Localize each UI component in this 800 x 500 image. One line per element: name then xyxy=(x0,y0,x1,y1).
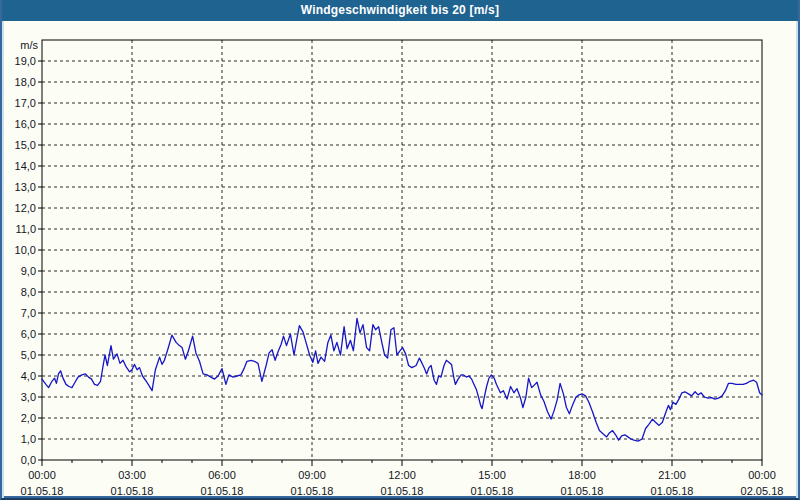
x-tick-date-label: 01.05.18 xyxy=(291,485,334,497)
y-tick-label: 12,0 xyxy=(15,202,36,214)
y-axis-labels: 0,01,02,03,04,05,06,07,08,09,010,011,012… xyxy=(15,39,42,466)
x-axis-ticks xyxy=(42,460,762,466)
x-tick-date-label: 02.05.18 xyxy=(741,485,784,497)
x-tick-date-label: 01.05.18 xyxy=(471,485,514,497)
y-tick-label: 4,0 xyxy=(21,370,36,382)
y-tick-label: 18,0 xyxy=(15,76,36,88)
y-tick-label: 0,0 xyxy=(21,454,36,466)
y-tick-label: 16,0 xyxy=(15,118,36,130)
x-tick-time-label: 09:00 xyxy=(298,469,326,481)
x-tick-time-label: 21:00 xyxy=(658,469,686,481)
chart-title-bar: Windgeschwindigkeit bis 20 [m/s] xyxy=(0,0,800,21)
x-tick-date-label: 01.05.18 xyxy=(651,485,694,497)
y-tick-label: 11,0 xyxy=(15,223,36,235)
x-tick-time-label: 06:00 xyxy=(208,469,236,481)
y-tick-label: 6,0 xyxy=(21,328,36,340)
x-tick-time-label: 00:00 xyxy=(748,469,776,481)
chart-window: Windgeschwindigkeit bis 20 [m/s] 0,01,02… xyxy=(0,0,800,500)
y-tick-label: 10,0 xyxy=(15,244,36,256)
y-tick-label: 8,0 xyxy=(21,286,36,298)
x-tick-time-label: 18:00 xyxy=(568,469,596,481)
y-tick-label: 13,0 xyxy=(15,181,36,193)
x-tick-date-label: 01.05.18 xyxy=(381,485,424,497)
x-tick-time-label: 15:00 xyxy=(478,469,506,481)
y-tick-label: 15,0 xyxy=(15,139,36,151)
x-tick-date-label: 01.05.18 xyxy=(201,485,244,497)
x-tick-date-label: 01.05.18 xyxy=(21,485,64,497)
y-tick-label: 3,0 xyxy=(21,391,36,403)
y-tick-label: 14,0 xyxy=(15,160,36,172)
x-tick-time-label: 00:00 xyxy=(28,469,56,481)
y-tick-label: 1,0 xyxy=(21,433,36,445)
wind-speed-chart: 0,01,02,03,04,05,06,07,08,09,010,011,012… xyxy=(2,21,800,500)
y-tick-label: 19,0 xyxy=(15,55,36,67)
x-tick-date-label: 01.05.18 xyxy=(111,485,154,497)
y-tick-label: 9,0 xyxy=(21,265,36,277)
y-tick-label: 2,0 xyxy=(21,412,36,424)
x-tick-time-label: 03:00 xyxy=(118,469,146,481)
x-tick-date-label: 01.05.18 xyxy=(561,485,604,497)
chart-title: Windgeschwindigkeit bis 20 [m/s] xyxy=(301,3,499,17)
y-tick-label: 7,0 xyxy=(21,307,36,319)
y-tick-label: 17,0 xyxy=(15,97,36,109)
y-tick-label: 5,0 xyxy=(21,349,36,361)
x-axis-labels: 00:0001.05.1803:0001.05.1806:0001.05.180… xyxy=(21,469,784,497)
x-tick-time-label: 12:00 xyxy=(388,469,416,481)
y-axis-unit-label: m/s xyxy=(20,39,38,51)
